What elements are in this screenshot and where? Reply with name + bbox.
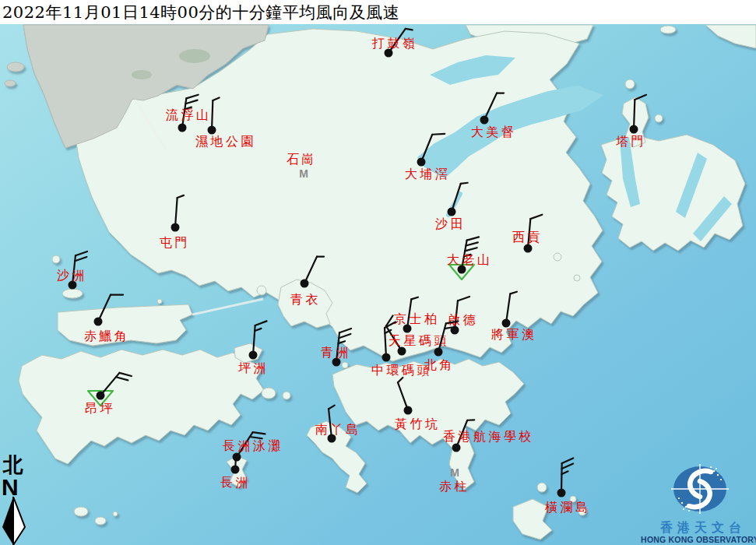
station-label: 啟德: [448, 312, 478, 327]
station-dot: [417, 158, 426, 167]
station-dot: [452, 444, 461, 452]
map-title: 2022年11月01日14時00分的十分鐘平均風向及風速: [0, 2, 399, 23]
islet: [655, 114, 663, 122]
station-label: 中環碼頭: [371, 363, 432, 378]
station-dot: [524, 244, 533, 253]
wind-barb-feather: [406, 29, 413, 30]
islet: [95, 517, 106, 525]
station-dot: [398, 347, 406, 356]
missing-data-marker: M: [299, 167, 308, 180]
station-label: 沙田: [435, 216, 466, 231]
station-label: 青洲: [321, 345, 351, 360]
wind-barb-staff: [212, 100, 213, 130]
wind-barb-staff: [561, 463, 562, 493]
hko-logo-name-en: HONG KONG OBSERVATORY: [641, 535, 756, 544]
station-label: 大埔滘: [405, 167, 451, 181]
station-label: 將軍澳: [491, 327, 537, 342]
wind-map-app: 流浮山濕地公園打鼓嶺大美督塔門大埔滘M石崗沙田西貢屯門沙洲大老山赤鱲角青衣京士柏…: [0, 0, 756, 545]
station-label: 大美督: [471, 125, 517, 139]
islet: [625, 79, 635, 89]
station-label: 西貢: [512, 230, 543, 244]
islet: [554, 253, 561, 261]
compass-hanzi: 北: [2, 453, 23, 476]
station-dot: [249, 351, 258, 360]
islet-shachau: [62, 289, 83, 298]
station-dot: [448, 208, 456, 216]
station-label: 大老山: [447, 252, 493, 267]
station-label: 昂坪: [85, 401, 115, 416]
islet: [283, 392, 290, 399]
station-label: 黃竹坑: [395, 417, 441, 431]
station-label: 赤鱲角: [84, 329, 130, 343]
station-label: 京士柏: [394, 311, 440, 326]
station-dot: [630, 125, 638, 134]
compass-letter: N: [2, 474, 19, 500]
station-label: 坪洲: [238, 360, 269, 375]
station-dot: [231, 466, 240, 474]
station-label: 打鼓嶺: [371, 36, 418, 51]
station-dot: [171, 223, 180, 232]
islet: [5, 80, 16, 86]
station-dot: [208, 126, 216, 135]
station-dot: [97, 392, 105, 400]
urban-green-patch: [179, 49, 210, 63]
islet-mawan: [257, 286, 266, 295]
station-dot: [434, 348, 443, 357]
islet-green-island: [342, 362, 348, 368]
station-label: 石崗: [287, 152, 317, 167]
station-label: 赤柱: [439, 479, 469, 494]
islet: [74, 507, 88, 516]
islet: [537, 483, 547, 492]
islet: [660, 26, 676, 33]
wind-barb-staff: [634, 100, 635, 129]
wind-barb-feather: [461, 183, 468, 184]
urban-green-patch: [132, 70, 152, 79]
station-label: 塔門: [616, 134, 646, 149]
station-dot: [480, 116, 489, 125]
islet: [157, 299, 162, 304]
station-dot: [557, 489, 566, 498]
station-label: 南丫島: [315, 422, 361, 437]
islet: [52, 255, 60, 263]
station-dot: [94, 318, 103, 326]
station-label: 香港航海學校: [443, 429, 534, 444]
station-label: 青衣: [290, 292, 321, 307]
islet: [262, 388, 276, 399]
hko-logo-name-cn: 香港天文台: [659, 520, 746, 535]
station-dot: [382, 353, 391, 362]
station-label: 沙洲: [57, 268, 87, 283]
station-label: 濕地公園: [195, 134, 256, 149]
station-label: 屯門: [160, 235, 190, 250]
station-dot: [404, 406, 413, 415]
station-label: 長洲泳灘: [223, 438, 283, 453]
wind-barb-feather: [445, 327, 452, 329]
islet: [574, 275, 580, 281]
station-label: 長洲: [220, 475, 251, 490]
station-label: 北角: [424, 357, 455, 372]
map-canvas: 流浮山濕地公園打鼓嶺大美督塔門大埔滘M石崗沙田西貢屯門沙洲大老山赤鱲角青衣京士柏…: [0, 0, 756, 545]
station-label: 橫瀾島: [545, 500, 591, 515]
islet: [113, 512, 118, 516]
station-label: 流浮山: [166, 107, 212, 122]
station-dot: [301, 280, 309, 288]
missing-data-marker: M: [450, 466, 459, 479]
title-bar: 2022年11月01日14時00分的十分鐘平均風向及風速: [0, 0, 756, 24]
islet: [7, 62, 24, 72]
station-dot: [502, 319, 511, 328]
station-dot: [178, 124, 187, 132]
wind-barb-feather: [432, 134, 445, 135]
